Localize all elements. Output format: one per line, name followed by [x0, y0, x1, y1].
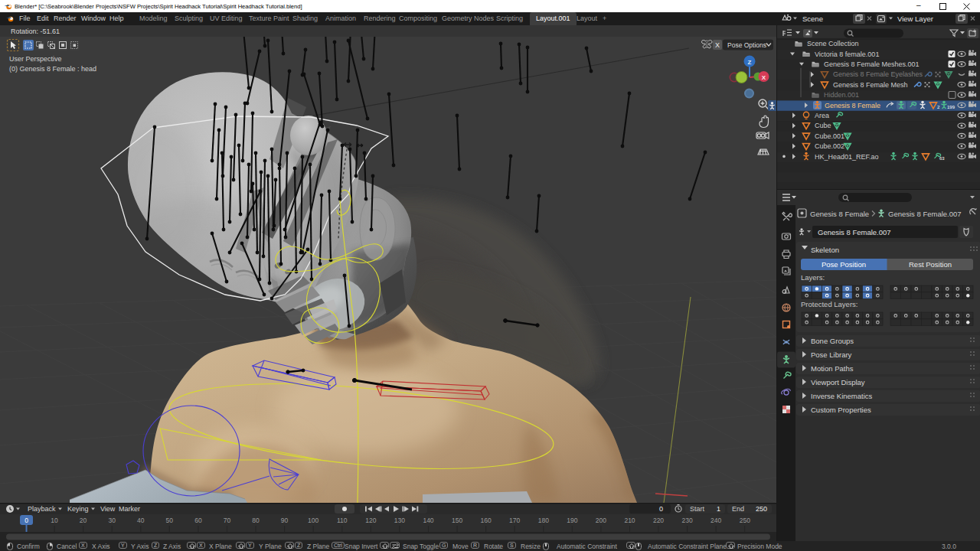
svg-text:190: 190	[567, 517, 577, 524]
svg-text:Motion Paths: Motion Paths	[811, 364, 854, 373]
svg-text:70: 70	[224, 517, 231, 524]
svg-text:Z: Z	[748, 59, 752, 66]
svg-text:140: 140	[423, 517, 433, 524]
svg-text:Rotation: -51.61: Rotation: -51.61	[11, 28, 60, 35]
svg-text:Bone Groups: Bone Groups	[811, 337, 854, 345]
svg-text:Area: Area	[815, 112, 829, 119]
svg-text:Scene: Scene	[802, 15, 823, 23]
svg-text:110: 110	[337, 517, 348, 524]
svg-text:170: 170	[509, 517, 520, 524]
svg-text:Inverse Kinematics: Inverse Kinematics	[811, 392, 873, 400]
svg-text:60: 60	[194, 517, 202, 524]
svg-text:40: 40	[137, 517, 145, 524]
svg-text:Victoria 8 female.001: Victoria 8 female.001	[815, 51, 879, 58]
svg-text:Playback: Playback	[28, 505, 56, 513]
svg-text:Protected Layers:: Protected Layers:	[801, 300, 858, 308]
svg-text:Cube: Cube	[815, 122, 831, 129]
svg-text:HK_Head01_REF.ao: HK_Head01_REF.ao	[815, 153, 879, 161]
svg-text:230: 230	[682, 517, 693, 524]
svg-text:Rest Position: Rest Position	[909, 260, 952, 269]
svg-text:63: 63	[939, 156, 945, 161]
svg-text:Genesis 8 Female.007: Genesis 8 Female.007	[818, 228, 891, 236]
svg-text:200: 200	[596, 517, 606, 524]
svg-text:Viewport Display: Viewport Display	[811, 378, 865, 386]
svg-text:100: 100	[308, 517, 318, 524]
svg-text:X: X	[762, 74, 766, 81]
svg-text:Marker: Marker	[119, 505, 140, 513]
svg-text:250: 250	[740, 517, 750, 524]
svg-text:Genesis 8 Female Meshes.001: Genesis 8 Female Meshes.001	[824, 60, 920, 68]
svg-text:Cube.001: Cube.001	[815, 132, 844, 140]
svg-text:250: 250	[756, 505, 767, 513]
svg-text:160: 160	[481, 517, 492, 524]
svg-text:Cube.002: Cube.002	[815, 142, 844, 150]
svg-text:20: 20	[80, 517, 87, 524]
svg-text:180: 180	[538, 517, 549, 524]
svg-text:240: 240	[710, 517, 721, 524]
svg-text:50: 50	[166, 517, 174, 524]
svg-text:Layers:: Layers:	[801, 273, 825, 282]
svg-text:199: 199	[947, 105, 956, 109]
svg-text:Start: Start	[690, 505, 705, 513]
svg-text:Pose Library: Pose Library	[811, 350, 852, 359]
svg-text:X: X	[715, 41, 720, 49]
svg-text:View: View	[100, 505, 116, 513]
svg-text:210: 210	[624, 517, 635, 524]
svg-text:0: 0	[659, 505, 663, 513]
svg-text:User Perspective: User Perspective	[9, 55, 62, 63]
svg-text:120: 120	[365, 517, 376, 524]
svg-text:View Layer: View Layer	[897, 15, 933, 23]
svg-text:Skeleton: Skeleton	[811, 246, 839, 254]
svg-text:Genesis 8 Female: Genesis 8 Female	[810, 210, 869, 218]
svg-text:Keying: Keying	[67, 505, 89, 513]
svg-text:End: End	[732, 505, 744, 513]
svg-text:90: 90	[281, 517, 289, 524]
svg-text:Custom Properties: Custom Properties	[811, 406, 871, 414]
svg-text:130: 130	[394, 517, 405, 524]
svg-text:Pose Position: Pose Position	[822, 260, 866, 269]
svg-text:Hidden.001: Hidden.001	[824, 91, 859, 99]
svg-text:220: 220	[653, 517, 664, 524]
svg-text:80: 80	[252, 517, 260, 524]
svg-text:150: 150	[452, 517, 462, 524]
svg-text:10: 10	[51, 517, 58, 524]
svg-text:Pose Options: Pose Options	[727, 41, 766, 49]
svg-text:0: 0	[24, 517, 28, 524]
svg-text:Genesis 8 Female Mesh: Genesis 8 Female Mesh	[833, 81, 908, 89]
svg-text:Scene Collection: Scene Collection	[807, 40, 859, 47]
svg-text:1: 1	[717, 505, 720, 513]
svg-text:30: 30	[108, 517, 116, 524]
svg-text:Genesis 8 Female: Genesis 8 Female	[825, 102, 880, 109]
svg-text:Genesis 8 Female Eyelashes: Genesis 8 Female Eyelashes	[833, 70, 923, 78]
svg-text:Genesis 8 Female.007: Genesis 8 Female.007	[888, 210, 962, 218]
svg-text:(0) Genesis 8 Female : head: (0) Genesis 8 Female : head	[9, 65, 96, 73]
